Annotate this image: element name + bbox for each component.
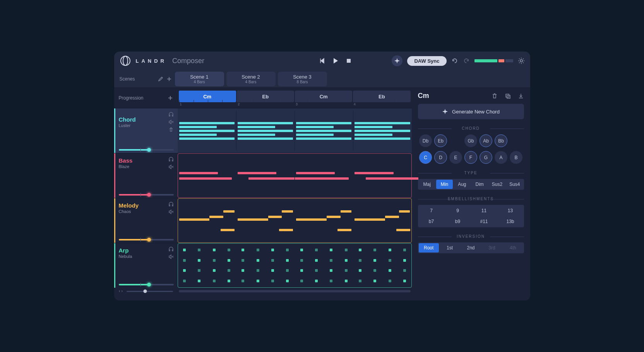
root-note-e[interactable]: E — [449, 151, 462, 164]
inversion-1st[interactable]: 1st — [440, 243, 460, 252]
root-note-a[interactable]: A — [495, 151, 507, 164]
root-note-bb[interactable]: Bb — [495, 134, 507, 147]
embellishment-b9[interactable]: b9 — [445, 216, 471, 227]
bar-ruler: 1234 — [179, 102, 411, 108]
root-note-db[interactable]: Db — [419, 134, 432, 147]
volume-slider[interactable] — [119, 149, 174, 151]
ai-sparkle-button[interactable] — [392, 55, 402, 66]
root-note-ab[interactable]: Ab — [480, 134, 492, 147]
track-title: Chord — [119, 116, 136, 123]
add-progression-icon[interactable] — [168, 95, 173, 101]
section-type-label: TYPE — [418, 171, 524, 175]
zoom-slider[interactable] — [127, 291, 173, 292]
mute-icon[interactable] — [168, 164, 174, 170]
daw-sync-button[interactable]: DAW Sync — [407, 56, 446, 66]
volume-slider[interactable] — [119, 284, 174, 285]
chord-type-aug[interactable]: Aug — [454, 180, 470, 189]
skip-back-icon[interactable] — [319, 58, 325, 64]
logo-icon — [120, 55, 131, 67]
sparkle-icon — [442, 108, 448, 115]
section-inv-label: INVERSION — [418, 234, 524, 239]
scenes-label: Scenes — [120, 76, 135, 82]
chord-type-min[interactable]: Min — [436, 180, 453, 189]
pencil-icon[interactable] — [158, 76, 163, 82]
clip-lane-bass[interactable] — [178, 153, 412, 198]
chord-type-sus2[interactable]: Sus2 — [489, 180, 505, 189]
track-subtitle: Blaze — [119, 164, 133, 169]
chord-type-row: MajMinAugDimSus2Sus4 — [418, 179, 524, 190]
stop-icon[interactable] — [346, 58, 351, 64]
plus-icon[interactable] — [166, 76, 172, 82]
brand-logo: LANDR — [120, 55, 167, 67]
tracks-left-column: Progression Chord Luster — [114, 88, 178, 300]
app-title: Composer — [172, 57, 204, 65]
chord-type-dim[interactable]: Dim — [471, 180, 488, 189]
svg-rect-4 — [506, 94, 509, 97]
root-note-g[interactable]: G — [480, 151, 492, 164]
clip-lane-chord[interactable] — [178, 108, 412, 153]
progression-header: Progression — [114, 88, 178, 108]
embellishment-13[interactable]: 13 — [498, 206, 523, 216]
embellishment-sharp11[interactable]: #11 — [471, 216, 497, 227]
chord-type-maj[interactable]: Maj — [419, 180, 435, 189]
track-head-chord[interactable]: Chord Luster — [114, 108, 178, 153]
embellishment-b7[interactable]: b7 — [419, 216, 444, 227]
track-title: Melody — [119, 202, 139, 209]
scene-tab-3[interactable]: Scene 3 8 Bars — [278, 72, 327, 86]
scene-strip: Scenes Scene 1 4 BarsScene 2 4 BarsScene… — [114, 70, 530, 88]
track-title: Arp — [119, 247, 132, 254]
clip-lane-arp[interactable] — [178, 243, 412, 288]
svg-point-1 — [123, 56, 128, 65]
scene-bars: 4 Bars — [245, 80, 257, 84]
embellishment-7[interactable]: 7 — [419, 206, 444, 216]
zoom-handles-icon[interactable] — [119, 289, 123, 293]
root-note-b[interactable]: B — [510, 151, 522, 164]
headphones-icon[interactable] — [168, 201, 174, 207]
generate-chord-button[interactable]: Generate New Chord — [418, 104, 524, 119]
play-icon[interactable] — [332, 57, 339, 64]
root-note-d[interactable]: D — [434, 151, 447, 164]
track-head-melody[interactable]: Melody Chaos — [114, 198, 178, 243]
embellishment-9[interactable]: 9 — [445, 206, 471, 216]
zoom-thumb[interactable] — [143, 290, 147, 293]
root-note-f[interactable]: F — [464, 151, 477, 164]
mute-icon[interactable] — [168, 254, 174, 259]
download-icon[interactable] — [518, 93, 524, 99]
transport-controls — [319, 57, 351, 64]
scene-tab-1[interactable]: Scene 1 4 Bars — [175, 72, 224, 86]
redo-icon[interactable] — [463, 57, 470, 64]
headphones-icon[interactable] — [168, 156, 174, 162]
svg-point-0 — [121, 56, 130, 65]
volume-slider[interactable] — [119, 194, 174, 196]
scene-bars: 4 Bars — [194, 80, 205, 84]
chord-editor-header: Cm — [418, 92, 524, 100]
headphones-icon[interactable] — [168, 246, 174, 252]
volume-slider[interactable] — [119, 239, 174, 240]
inversion-root[interactable]: Root — [419, 243, 439, 252]
scene-tab-2[interactable]: Scene 2 4 Bars — [226, 72, 276, 86]
scene-name: Scene 3 — [293, 74, 312, 80]
track-head-bass[interactable]: Bass Blaze — [114, 153, 178, 198]
trash-icon[interactable] — [492, 93, 498, 99]
mute-icon[interactable] — [168, 209, 174, 215]
topbar: LANDR Composer DAW Sync — [114, 52, 530, 70]
copy-icon[interactable] — [505, 93, 511, 99]
headphones-icon[interactable] — [168, 112, 174, 117]
embellishment-13b[interactable]: 13b — [498, 216, 523, 227]
mute-icon[interactable] — [168, 119, 174, 125]
svg-point-3 — [520, 60, 522, 62]
chord-type-sus4[interactable]: Sus4 — [506, 180, 523, 189]
horizontal-scrollbar[interactable] — [179, 290, 411, 292]
root-note-c[interactable]: C — [419, 151, 432, 164]
inversion-row: Root1st2nd3rd4th — [418, 242, 524, 253]
root-note-gb[interactable]: Gb — [464, 134, 477, 147]
root-note-row-top: DbEbGbAbBb — [418, 134, 524, 147]
embellishment-11[interactable]: 11 — [471, 206, 497, 216]
track-head-arp[interactable]: Arp Nebula — [114, 243, 178, 288]
undo-icon[interactable] — [451, 57, 458, 64]
trash-icon[interactable] — [168, 127, 174, 132]
root-note-eb[interactable]: Eb — [434, 134, 447, 147]
clip-lane-melody[interactable] — [178, 198, 412, 243]
inversion-2nd[interactable]: 2nd — [461, 243, 481, 252]
gear-icon[interactable] — [518, 57, 525, 64]
